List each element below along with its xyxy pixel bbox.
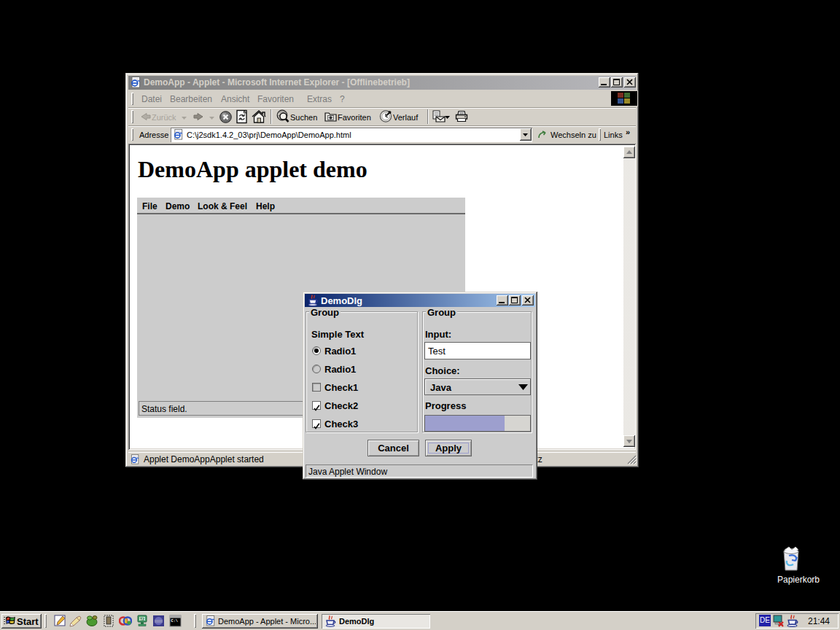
svg-text:C:\: C:\ — [171, 619, 178, 623]
svg-text:T2: T2 — [140, 617, 144, 621]
